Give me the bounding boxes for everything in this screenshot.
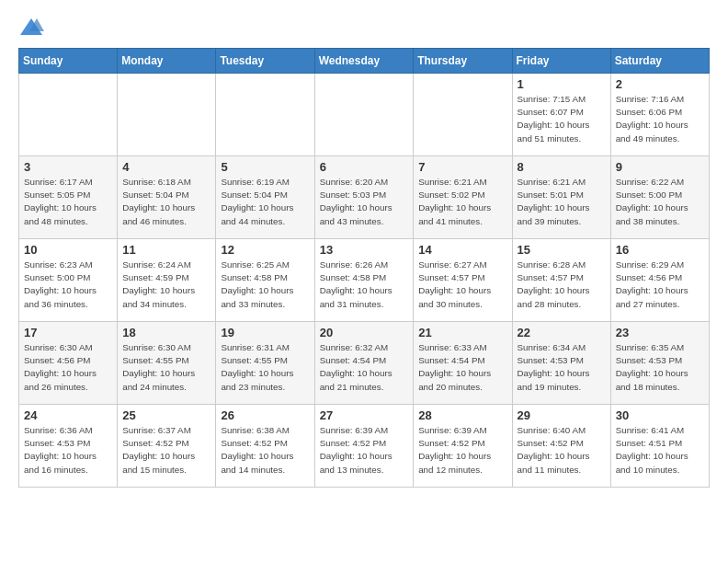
day-info: Sunrise: 6:39 AMSunset: 4:52 PMDaylight:… — [320, 424, 409, 477]
day-info: Sunrise: 6:34 AMSunset: 4:53 PMDaylight:… — [518, 341, 606, 394]
day-info: Sunrise: 6:40 AMSunset: 4:52 PMDaylight:… — [518, 424, 606, 477]
day-number: 12 — [221, 243, 309, 257]
calendar-cell: 3Sunrise: 6:17 AMSunset: 5:05 PMDaylight… — [19, 156, 118, 239]
logo-icon — [18, 15, 44, 40]
day-info: Sunrise: 6:36 AMSunset: 4:53 PMDaylight:… — [24, 424, 112, 477]
calendar-cell: 14Sunrise: 6:27 AMSunset: 4:57 PMDayligh… — [414, 239, 512, 322]
day-number: 16 — [616, 243, 704, 257]
day-info: Sunrise: 6:17 AMSunset: 5:05 PMDaylight:… — [24, 176, 112, 228]
day-info: Sunrise: 6:30 AMSunset: 4:55 PMDaylight:… — [122, 341, 210, 394]
day-info: Sunrise: 7:15 AMSunset: 6:07 PMDaylight:… — [518, 93, 606, 145]
calendar-cell — [314, 74, 414, 156]
day-info: Sunrise: 6:20 AMSunset: 5:03 PMDaylight:… — [320, 176, 409, 228]
day-number: 14 — [418, 243, 506, 257]
day-info: Sunrise: 6:28 AMSunset: 4:57 PMDaylight:… — [518, 259, 606, 311]
calendar-cell: 17Sunrise: 6:30 AMSunset: 4:56 PMDayligh… — [19, 322, 118, 405]
day-info: Sunrise: 6:25 AMSunset: 4:58 PMDaylight:… — [221, 259, 309, 311]
header-sunday: Sunday — [19, 49, 118, 74]
day-info: Sunrise: 6:37 AMSunset: 4:52 PMDaylight:… — [122, 424, 210, 477]
calendar-cell: 13Sunrise: 6:26 AMSunset: 4:58 PMDayligh… — [314, 239, 414, 322]
calendar-cell: 2Sunrise: 7:16 AMSunset: 6:06 PMDaylight… — [610, 74, 709, 156]
day-number: 28 — [418, 408, 506, 422]
week-row-2: 10Sunrise: 6:23 AMSunset: 5:00 PMDayligh… — [19, 239, 710, 322]
day-number: 24 — [24, 408, 112, 422]
day-number: 4 — [122, 160, 210, 174]
day-number: 1 — [518, 77, 606, 91]
calendar-cell: 7Sunrise: 6:21 AMSunset: 5:02 PMDaylight… — [414, 156, 512, 239]
calendar-cell: 26Sunrise: 6:38 AMSunset: 4:52 PMDayligh… — [216, 405, 314, 488]
week-row-0: 1Sunrise: 7:15 AMSunset: 6:07 PMDaylight… — [19, 74, 710, 156]
day-number: 26 — [221, 408, 309, 422]
day-number: 17 — [24, 326, 112, 339]
week-row-1: 3Sunrise: 6:17 AMSunset: 5:05 PMDaylight… — [19, 156, 710, 239]
day-number: 18 — [122, 326, 210, 339]
calendar-cell: 16Sunrise: 6:29 AMSunset: 4:56 PMDayligh… — [610, 239, 709, 322]
day-info: Sunrise: 6:33 AMSunset: 4:54 PMDaylight:… — [418, 341, 506, 394]
calendar-cell: 22Sunrise: 6:34 AMSunset: 4:53 PMDayligh… — [512, 322, 610, 405]
day-number: 10 — [24, 243, 112, 257]
day-number: 13 — [320, 243, 409, 257]
calendar-cell: 25Sunrise: 6:37 AMSunset: 4:52 PMDayligh… — [118, 405, 216, 488]
day-number: 5 — [221, 160, 309, 174]
day-number: 7 — [418, 160, 506, 174]
day-info: Sunrise: 6:29 AMSunset: 4:56 PMDaylight:… — [616, 259, 704, 311]
day-number: 20 — [320, 326, 409, 339]
day-info: Sunrise: 6:38 AMSunset: 4:52 PMDaylight:… — [221, 424, 309, 477]
day-info: Sunrise: 6:26 AMSunset: 4:58 PMDaylight:… — [320, 259, 409, 311]
calendar-cell: 15Sunrise: 6:28 AMSunset: 4:57 PMDayligh… — [512, 239, 610, 322]
week-row-3: 17Sunrise: 6:30 AMSunset: 4:56 PMDayligh… — [19, 322, 710, 405]
calendar-cell: 12Sunrise: 6:25 AMSunset: 4:58 PMDayligh… — [216, 239, 314, 322]
calendar-cell: 18Sunrise: 6:30 AMSunset: 4:55 PMDayligh… — [118, 322, 216, 405]
calendar-cell — [19, 74, 118, 156]
day-info: Sunrise: 6:24 AMSunset: 4:59 PMDaylight:… — [122, 259, 210, 311]
day-info: Sunrise: 6:23 AMSunset: 5:00 PMDaylight:… — [24, 259, 112, 311]
day-info: Sunrise: 6:41 AMSunset: 4:51 PMDaylight:… — [616, 424, 704, 477]
calendar-cell: 19Sunrise: 6:31 AMSunset: 4:55 PMDayligh… — [216, 322, 314, 405]
day-info: Sunrise: 6:30 AMSunset: 4:56 PMDaylight:… — [24, 341, 112, 394]
calendar-header: SundayMondayTuesdayWednesdayThursdayFrid… — [19, 49, 710, 74]
day-info: Sunrise: 6:21 AMSunset: 5:01 PMDaylight:… — [518, 176, 606, 228]
day-info: Sunrise: 6:32 AMSunset: 4:54 PMDaylight:… — [320, 341, 409, 394]
calendar-cell: 23Sunrise: 6:35 AMSunset: 4:53 PMDayligh… — [610, 322, 709, 405]
calendar-cell: 30Sunrise: 6:41 AMSunset: 4:51 PMDayligh… — [610, 405, 709, 488]
day-info: Sunrise: 6:27 AMSunset: 4:57 PMDaylight:… — [418, 259, 506, 311]
week-row-4: 24Sunrise: 6:36 AMSunset: 4:53 PMDayligh… — [19, 405, 710, 488]
calendar-body: 1Sunrise: 7:15 AMSunset: 6:07 PMDaylight… — [19, 74, 710, 488]
calendar-cell: 27Sunrise: 6:39 AMSunset: 4:52 PMDayligh… — [314, 405, 414, 488]
calendar-cell — [414, 74, 512, 156]
day-number: 19 — [221, 326, 309, 339]
day-number: 23 — [616, 326, 704, 339]
day-number: 21 — [418, 326, 506, 339]
calendar-cell — [216, 74, 314, 156]
calendar-cell: 20Sunrise: 6:32 AMSunset: 4:54 PMDayligh… — [314, 322, 414, 405]
calendar-cell: 9Sunrise: 6:22 AMSunset: 5:00 PMDaylight… — [610, 156, 709, 239]
header-monday: Monday — [118, 49, 216, 74]
calendar-cell: 1Sunrise: 7:15 AMSunset: 6:07 PMDaylight… — [512, 74, 610, 156]
calendar-cell: 24Sunrise: 6:36 AMSunset: 4:53 PMDayligh… — [19, 405, 118, 488]
day-number: 27 — [320, 408, 409, 422]
logo — [18, 15, 48, 40]
calendar-cell: 10Sunrise: 6:23 AMSunset: 5:00 PMDayligh… — [19, 239, 118, 322]
header-friday: Friday — [512, 49, 610, 74]
day-number: 9 — [616, 160, 704, 174]
day-number: 22 — [518, 326, 606, 339]
calendar-cell: 4Sunrise: 6:18 AMSunset: 5:04 PMDaylight… — [118, 156, 216, 239]
calendar-cell: 29Sunrise: 6:40 AMSunset: 4:52 PMDayligh… — [512, 405, 610, 488]
page-header — [18, 15, 710, 40]
day-number: 8 — [518, 160, 606, 174]
calendar-cell: 5Sunrise: 6:19 AMSunset: 5:04 PMDaylight… — [216, 156, 314, 239]
calendar-cell — [118, 74, 216, 156]
calendar-cell: 11Sunrise: 6:24 AMSunset: 4:59 PMDayligh… — [118, 239, 216, 322]
calendar-table: SundayMondayTuesdayWednesdayThursdayFrid… — [18, 48, 710, 488]
calendar-cell: 21Sunrise: 6:33 AMSunset: 4:54 PMDayligh… — [414, 322, 512, 405]
header-wednesday: Wednesday — [314, 49, 414, 74]
day-info: Sunrise: 6:19 AMSunset: 5:04 PMDaylight:… — [221, 176, 309, 228]
day-info: Sunrise: 6:18 AMSunset: 5:04 PMDaylight:… — [122, 176, 210, 228]
calendar-cell: 8Sunrise: 6:21 AMSunset: 5:01 PMDaylight… — [512, 156, 610, 239]
day-info: Sunrise: 6:35 AMSunset: 4:53 PMDaylight:… — [616, 341, 704, 394]
header-saturday: Saturday — [610, 49, 709, 74]
day-info: Sunrise: 7:16 AMSunset: 6:06 PMDaylight:… — [616, 93, 704, 145]
day-number: 29 — [518, 408, 606, 422]
day-number: 25 — [122, 408, 210, 422]
day-number: 2 — [616, 77, 704, 91]
